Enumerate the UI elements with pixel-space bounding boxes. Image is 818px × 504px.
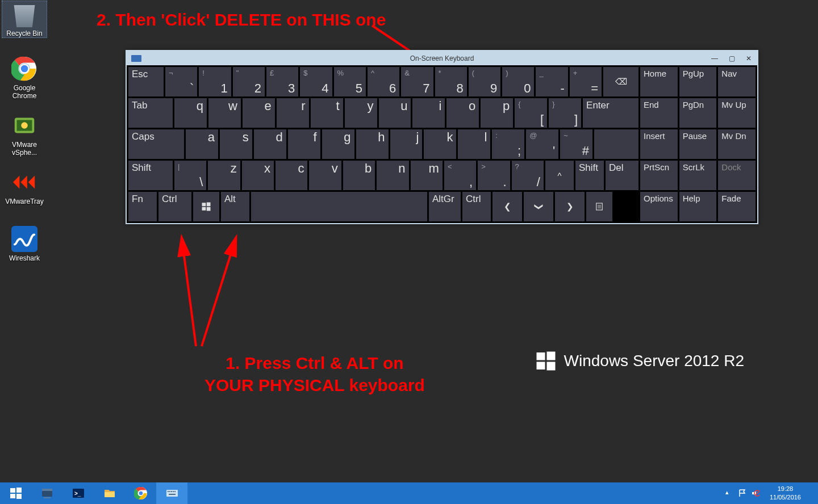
osk-key-s[interactable]: s — [220, 129, 252, 159]
start-button[interactable] — [0, 482, 31, 504]
osk-key-pause[interactable]: Pause — [679, 129, 717, 159]
osk-key-insert[interactable]: Insert — [640, 129, 678, 159]
osk-key-ctrl[interactable]: Ctrl — [462, 192, 491, 221]
osk-key-u[interactable]: u — [379, 98, 411, 128]
osk-key-e[interactable]: e — [243, 98, 275, 128]
osk-key-key[interactable]: ⌫ — [603, 67, 638, 96]
osk-window[interactable]: On-Screen Keyboard — ▢ ✕ Esc¬`!1"2£3$4%5… — [126, 50, 758, 224]
osk-key-x[interactable]: x — [242, 161, 274, 190]
osk-key-altgr[interactable]: AltGr — [429, 192, 461, 221]
desktop-icon-vmware-vsphere[interactable]: VMware vSphe... — [2, 112, 47, 157]
osk-key-esc[interactable]: Esc — [128, 67, 164, 96]
osk-key-win[interactable] — [193, 192, 219, 221]
osk-titlebar[interactable]: On-Screen Keyboard — ▢ ✕ — [127, 51, 757, 65]
osk-key-home[interactable]: Home — [640, 67, 678, 96]
osk-key-5[interactable]: %5 — [334, 67, 366, 96]
osk-key-key[interactable]: {[ — [515, 98, 547, 128]
osk-key-9[interactable]: (9 — [469, 67, 500, 96]
osk-key-d[interactable]: d — [254, 129, 286, 159]
osk-key-alt[interactable]: Alt — [221, 192, 249, 221]
osk-key-pgdn[interactable]: PgDn — [679, 98, 717, 128]
osk-key-enter[interactable]: Enter — [583, 98, 638, 128]
osk-key-key[interactable]: @' — [526, 129, 558, 159]
osk-key-a[interactable]: a — [186, 129, 218, 159]
osk-key-r[interactable]: r — [277, 98, 309, 128]
osk-key-p[interactable]: p — [481, 98, 513, 128]
osk-key-y[interactable]: y — [345, 98, 377, 128]
osk-key-6[interactable]: ^6 — [368, 67, 399, 96]
osk-key-mvdn[interactable]: Mv Dn — [718, 129, 756, 159]
osk-key-menu[interactable] — [586, 192, 612, 221]
osk-key-c[interactable]: c — [276, 161, 307, 190]
osk-key-w[interactable]: w — [208, 98, 241, 128]
osk-key-fn[interactable]: Fn — [128, 192, 157, 221]
osk-key-key[interactable]: ❯ — [524, 192, 553, 221]
osk-key-key[interactable]: ❯ — [555, 192, 585, 221]
osk-key-key[interactable]: >. — [478, 161, 510, 190]
osk-key-dock[interactable]: Dock — [718, 161, 756, 190]
osk-key-scrlk[interactable]: ScrLk — [679, 161, 717, 190]
osk-key-end[interactable]: End — [640, 98, 678, 128]
desktop[interactable]: Recycle Bin Google Chrome VMware vSphe..… — [0, 0, 818, 482]
system-tray[interactable]: ▴ 19:28 11/05/2016 — [723, 482, 818, 504]
osk-key-del[interactable]: Del — [606, 161, 638, 190]
tray-volume-icon[interactable] — [750, 489, 759, 498]
osk-key-t[interactable]: t — [311, 98, 343, 128]
osk-key-g[interactable]: g — [322, 129, 354, 159]
osk-key-f[interactable]: f — [288, 129, 320, 159]
osk-key-key[interactable]: _- — [536, 67, 567, 96]
osk-key-key[interactable]: |\ — [174, 161, 206, 190]
tray-flag-icon[interactable] — [738, 489, 747, 498]
osk-key-shift[interactable]: Shift — [128, 161, 173, 190]
osk-key-help[interactable]: Help — [679, 192, 717, 221]
osk-key-z[interactable]: z — [208, 161, 240, 190]
osk-key-key[interactable]: ❮ — [493, 192, 522, 221]
desktop-icon-vmware-tray[interactable]: VMwareTray — [2, 169, 47, 205]
osk-key-caps[interactable]: Caps — [128, 129, 184, 159]
osk-key-shift[interactable]: Shift — [575, 161, 604, 190]
osk-key-8[interactable]: *8 — [435, 67, 467, 96]
osk-key-pgup[interactable]: PgUp — [679, 67, 717, 96]
osk-key-l[interactable]: l — [458, 129, 490, 159]
taskbar-file-explorer[interactable] — [94, 482, 125, 504]
osk-key-key[interactable]: }] — [549, 98, 581, 128]
osk-key-o[interactable]: o — [446, 98, 479, 128]
osk-key-i[interactable]: i — [412, 98, 445, 128]
osk-key-0[interactable]: )0 — [502, 67, 534, 96]
taskbar-osk[interactable] — [156, 482, 187, 504]
osk-key-nav[interactable]: Nav — [718, 67, 756, 96]
osk-key-key[interactable]: ^ — [545, 161, 574, 190]
osk-key-key[interactable]: :; — [492, 129, 524, 159]
osk-key-1[interactable]: !1 — [199, 67, 231, 96]
osk-key-7[interactable]: &7 — [401, 67, 433, 96]
osk-key-v[interactable]: v — [309, 161, 341, 190]
osk-key-j[interactable]: j — [390, 129, 423, 159]
desktop-icon-google-chrome[interactable]: Google Chrome — [2, 56, 47, 100]
osk-key-h[interactable]: h — [356, 129, 389, 159]
taskbar-clock[interactable]: 19:28 11/05/2016 — [764, 485, 807, 502]
osk-key-m[interactable]: m — [411, 161, 443, 190]
osk-key-options[interactable]: Options — [640, 192, 678, 221]
osk-key-3[interactable]: £3 — [266, 67, 298, 96]
osk-key-fade[interactable]: Fade — [718, 192, 756, 221]
desktop-icon-wireshark[interactable]: Wireshark — [2, 226, 47, 262]
osk-key-ctrl[interactable]: Ctrl — [158, 192, 191, 221]
osk-key-key[interactable]: ?/ — [512, 161, 544, 190]
close-button[interactable]: ✕ — [740, 51, 757, 65]
osk-key-key[interactable]: ¬` — [165, 67, 197, 96]
taskbar-chrome[interactable] — [125, 482, 156, 504]
taskbar[interactable]: >_ ▴ 19:28 11/05/2016 — [0, 482, 818, 504]
tray-icons[interactable]: ▴ — [725, 489, 759, 498]
osk-key-2[interactable]: "2 — [233, 67, 265, 96]
maximize-button[interactable]: ▢ — [723, 51, 740, 65]
osk-key-key[interactable]: += — [570, 67, 602, 96]
taskbar-server-manager[interactable] — [31, 482, 62, 504]
osk-key-key[interactable]: <, — [444, 161, 476, 190]
taskbar-powershell[interactable]: >_ — [62, 482, 94, 504]
osk-key-q[interactable]: q — [174, 98, 207, 128]
osk-key-key[interactable] — [251, 192, 427, 221]
osk-key-k[interactable]: k — [424, 129, 456, 159]
osk-key-n[interactable]: n — [377, 161, 408, 190]
minimize-button[interactable]: — — [706, 51, 723, 65]
osk-key-prtscn[interactable]: PrtScn — [640, 161, 678, 190]
